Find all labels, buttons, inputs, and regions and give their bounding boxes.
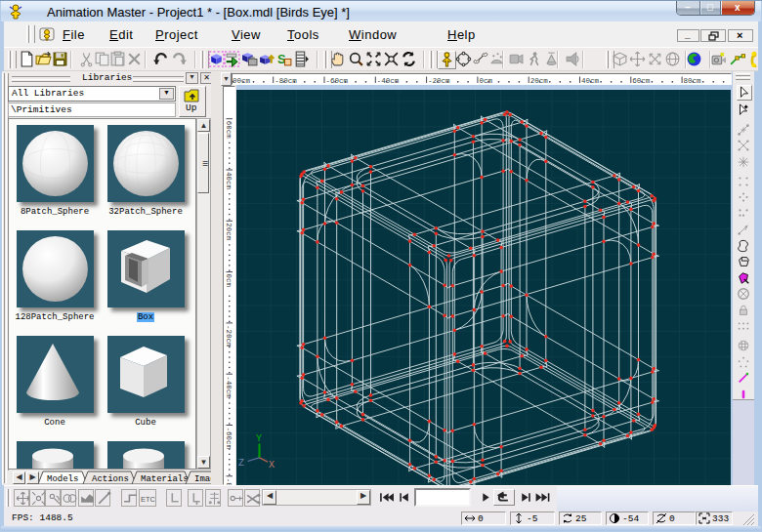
svg-text:80cm: 80cm	[684, 77, 702, 85]
svg-text:40cm: 40cm	[581, 77, 600, 85]
svg-text:20cm: 20cm	[225, 223, 233, 241]
svg-text:Z: Z	[238, 458, 244, 469]
svg-text:20cm: 20cm	[530, 77, 549, 85]
svg-text:X: X	[269, 460, 275, 471]
svg-text:-60cm: -60cm	[326, 77, 349, 85]
svg-text:Y: Y	[256, 433, 262, 444]
svg-text:-80cm: -80cm	[275, 77, 297, 85]
svg-text:Materials: Materials	[141, 474, 189, 484]
svg-text:-40cm: -40cm	[377, 77, 400, 85]
svg-text:-60cm: -60cm	[225, 428, 233, 450]
svg-text:Models: Models	[47, 474, 78, 484]
svg-text:40cm: 40cm	[225, 172, 233, 190]
svg-text:60cm: 60cm	[225, 121, 233, 140]
svg-text:ETC: ETC	[141, 495, 155, 504]
svg-text:-40cm: -40cm	[225, 376, 233, 398]
svg-text:-20cm: -20cm	[428, 77, 450, 85]
svg-text:0cm: 0cm	[225, 274, 233, 288]
svg-text:-100cm: -100cm	[233, 77, 250, 85]
svg-text:60cm: 60cm	[632, 77, 651, 85]
svg-text:-20cm: -20cm	[225, 325, 233, 348]
svg-text:0cm: 0cm	[479, 77, 492, 85]
svg-text:Actions: Actions	[92, 474, 129, 484]
